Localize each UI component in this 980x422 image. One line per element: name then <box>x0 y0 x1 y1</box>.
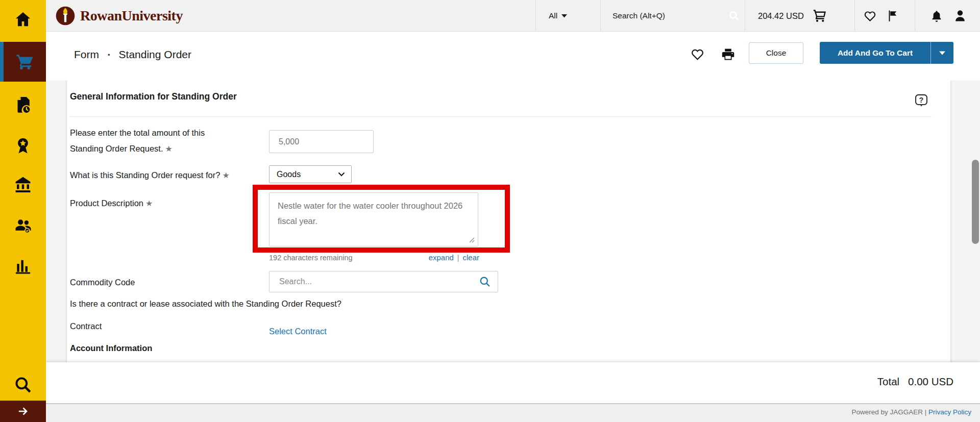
user-menu-button[interactable] <box>948 0 972 32</box>
bank-icon <box>14 176 32 194</box>
footer-separator: | <box>925 408 928 416</box>
expand-link[interactable]: expand <box>429 253 454 262</box>
help-icon[interactable]: ? <box>914 93 928 111</box>
topbar-divider <box>745 0 745 32</box>
print-button[interactable] <box>721 47 736 64</box>
bell-icon <box>929 9 944 23</box>
page-header: Form • Standing Order Close Add And Go T… <box>46 32 980 80</box>
commodity-search-button[interactable] <box>479 276 491 290</box>
main-sidebar <box>0 0 46 422</box>
global-search-input[interactable]: Search (Alt+Q) <box>612 0 740 32</box>
close-button[interactable]: Close <box>749 42 803 64</box>
question-bubble-icon: ? <box>914 93 928 109</box>
amount-label-text: Please enter the total amount of this St… <box>70 128 205 153</box>
topbar-divider <box>854 0 855 32</box>
privacy-policy-link[interactable]: Privacy Policy <box>928 408 971 416</box>
select-contract-link[interactable]: Select Contract <box>269 327 327 336</box>
commodity-code-label: Commodity Code <box>70 275 135 290</box>
breadcrumb-separator: • <box>108 51 110 59</box>
contract-question: Is there a contract or lease associated … <box>70 296 341 312</box>
add-and-go-to-cart-label: Add And Go To Cart <box>820 42 930 64</box>
printer-icon <box>721 47 736 62</box>
powered-by: Powered by JAGGAER <box>851 408 924 416</box>
breadcrumb-type: Form <box>74 48 99 61</box>
total-bar: Total 0.00 USD <box>46 362 980 403</box>
description-actions: expand|clear <box>429 253 479 262</box>
breadcrumb: Form • Standing Order <box>74 48 191 61</box>
heart-icon <box>690 47 705 62</box>
commodity-search-input[interactable] <box>269 271 498 292</box>
page-footer: Powered by JAGGAER | Privacy Policy <box>46 403 980 422</box>
sidebar-expand-button[interactable] <box>0 401 46 422</box>
search-icon <box>14 376 32 394</box>
sidebar-item-search[interactable] <box>0 368 46 401</box>
section-title: General Information for Standing Order <box>70 91 237 102</box>
required-star-icon: ★ <box>222 171 229 180</box>
link-pipe: | <box>457 254 459 262</box>
search-icon <box>728 10 740 22</box>
commodity-search-wrap <box>269 271 498 292</box>
arrow-right-icon <box>16 405 30 418</box>
total-label: Total <box>877 376 899 388</box>
brand-logo[interactable]: RowanUniversity <box>55 6 183 26</box>
sidebar-item-reporting[interactable] <box>0 250 46 283</box>
rowan-torch-icon <box>55 6 76 26</box>
page-title: Standing Order <box>119 48 191 61</box>
required-star-icon: ★ <box>145 199 153 208</box>
amount-label: Please enter the total amount of this St… <box>70 125 228 157</box>
sidebar-item-accounts[interactable] <box>0 168 46 201</box>
flags-button[interactable] <box>881 0 903 32</box>
description-meta-row: 192 characters remaining expand|clear <box>269 253 479 262</box>
section-divider <box>70 116 932 117</box>
favorites-button[interactable] <box>859 0 881 32</box>
bar-chart-icon <box>14 257 32 276</box>
required-star-icon: ★ <box>165 144 173 153</box>
topbar-divider <box>535 0 536 32</box>
document-clock-icon <box>14 95 32 114</box>
cart-total-amount: 204.42 USD <box>758 11 804 21</box>
topbar-divider <box>600 0 601 32</box>
add-options-dropdown[interactable] <box>931 42 953 64</box>
account-section-title: Account Information <box>70 343 152 353</box>
user-icon <box>953 9 967 23</box>
cart-summary[interactable]: 204.42 USD <box>758 0 827 32</box>
favorite-form-button[interactable] <box>690 47 705 64</box>
people-icon <box>14 216 32 235</box>
chevron-down-icon <box>939 51 946 56</box>
search-scope-value: All <box>549 11 557 20</box>
sidebar-item-orders[interactable] <box>0 88 46 121</box>
cart-icon <box>812 8 827 23</box>
sidebar-item-shop-cart[interactable] <box>0 42 46 82</box>
award-ribbon-icon <box>14 137 32 155</box>
request-type-label-text: What is this Standing Order request for? <box>70 170 220 180</box>
shopping-cart-icon <box>16 53 34 71</box>
textarea-resize-handle[interactable] <box>468 236 475 243</box>
request-type-select[interactable]: Goods <box>269 165 352 183</box>
top-bar: RowanUniversity All Search (Alt+Q) 204.4… <box>46 0 980 32</box>
form-card: General Information for Standing Order ?… <box>67 80 950 362</box>
chevron-down-icon <box>561 14 567 18</box>
vertical-scrollbar-thumb[interactable] <box>972 160 979 244</box>
global-search-placeholder: Search (Alt+Q) <box>612 11 665 20</box>
sidebar-item-suppliers[interactable] <box>0 209 46 242</box>
add-and-go-to-cart-button[interactable]: Add And Go To Cart <box>820 42 953 64</box>
sidebar-item-home[interactable] <box>0 3 46 36</box>
heart-icon <box>863 9 877 23</box>
resize-grip-icon <box>468 236 475 243</box>
product-description-label-text: Product Description <box>70 198 143 208</box>
search-icon <box>479 276 491 288</box>
notifications-button[interactable] <box>925 0 948 32</box>
total-line: Total 0.00 USD <box>877 376 953 388</box>
chevron-down-icon <box>338 172 345 177</box>
topbar-divider <box>915 0 915 32</box>
contract-label: Contract <box>70 318 102 334</box>
amount-input[interactable] <box>269 130 374 153</box>
chars-remaining: 192 characters remaining <box>269 254 353 262</box>
svg-text:?: ? <box>919 96 924 104</box>
product-description-textarea[interactable]: Nestle water for the water cooler throug… <box>269 192 478 246</box>
home-icon <box>14 10 32 29</box>
clear-link[interactable]: clear <box>462 253 479 262</box>
search-scope-dropdown[interactable]: All <box>549 0 567 32</box>
sidebar-item-contracts[interactable] <box>0 130 46 162</box>
product-description-label: Product Description★ <box>70 195 153 211</box>
